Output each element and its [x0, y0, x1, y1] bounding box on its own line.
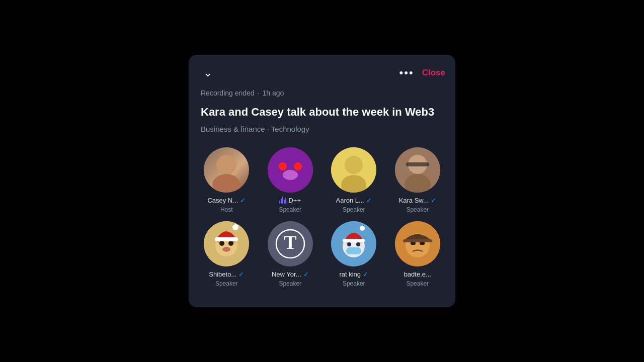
svg-point-1	[212, 174, 240, 193]
svg-rect-38	[403, 239, 432, 242]
speaker-role-casey: Host	[220, 206, 233, 213]
speaker-role-kara: Speaker	[406, 206, 429, 213]
verified-icon-shibe: ✓	[238, 270, 244, 278]
avatar-nyt: T	[268, 221, 313, 266]
room-title: Kara and Casey talk about the week in We…	[189, 102, 455, 125]
spaces-panel: ⌄ ••• Close Recording ended · 1h ago Kar…	[189, 55, 455, 307]
svg-point-0	[216, 155, 236, 175]
svg-point-4	[294, 162, 302, 170]
top-right-controls: ••• Close	[399, 66, 445, 79]
speaker-card-badte[interactable]: badte.e... Speaker	[388, 221, 448, 287]
speaker-name-aaron: Aaron L... ✓	[336, 197, 372, 204]
svg-point-7	[345, 156, 363, 174]
recording-ended-text: Recording ended	[201, 89, 255, 97]
svg-point-21	[232, 224, 238, 230]
verified-icon-casey: ✓	[240, 197, 246, 204]
speaker-name-rat: rat king ✓	[339, 270, 368, 278]
collapse-button[interactable]: ⌄	[199, 64, 217, 82]
verified-icon-aaron: ✓	[366, 197, 372, 204]
speaker-card-kara[interactable]: Kara Sw... ✓ Speaker	[388, 147, 448, 213]
speaker-role-dpp: Speaker	[279, 206, 301, 213]
svg-point-18	[228, 241, 233, 246]
speakers-grid: Casey N... ✓ Host	[189, 147, 455, 287]
room-categories: Business & finance · Technology	[189, 125, 455, 147]
speaker-name-nyt: New Yor... ✓	[272, 270, 309, 278]
speaker-role-rat: Speaker	[343, 280, 365, 287]
speaker-role-nyt: Speaker	[279, 280, 301, 287]
svg-point-30	[356, 242, 360, 246]
speaker-name-badte: badte.e...	[404, 270, 431, 278]
speaker-name-casey: Casey N... ✓	[207, 197, 246, 204]
svg-rect-31	[346, 247, 361, 254]
svg-point-29	[347, 242, 351, 246]
speaker-name-shibe: Shibeto... ✓	[209, 270, 244, 278]
verified-icon-nyt: ✓	[303, 270, 309, 278]
svg-point-19	[222, 247, 230, 252]
audio-active-icon-dpp	[279, 197, 286, 204]
avatar-badte	[395, 221, 440, 266]
avatar-rat	[331, 221, 376, 266]
svg-point-5	[283, 170, 298, 180]
speaker-card-casey[interactable]: Casey N... ✓ Host	[197, 147, 257, 213]
svg-point-3	[279, 162, 287, 170]
speaker-name-kara: Kara Sw... ✓	[399, 197, 436, 204]
avatar-dpp	[268, 147, 313, 193]
avatar-casey	[204, 147, 249, 193]
speaker-name-dpp: D++	[279, 197, 301, 204]
recording-status-bar: Recording ended · 1h ago	[189, 89, 455, 102]
speaker-card-rat[interactable]: rat king ✓ Speaker	[324, 221, 384, 287]
avatar-kara	[395, 147, 440, 193]
svg-point-17	[219, 241, 224, 246]
svg-rect-20	[215, 237, 238, 241]
dot-separator: ·	[258, 89, 260, 97]
svg-text:T: T	[284, 232, 296, 253]
more-options-button[interactable]: •••	[399, 66, 414, 79]
speaker-card-dpp[interactable]: D++ Speaker	[261, 147, 320, 213]
svg-point-33	[360, 226, 365, 231]
speaker-card-aaron[interactable]: Aaron L... ✓ Speaker	[324, 147, 384, 213]
time-ago-text: 1h ago	[263, 89, 284, 97]
svg-rect-32	[343, 239, 365, 242]
top-bar: ⌄ ••• Close	[189, 55, 455, 89]
verified-icon-rat: ✓	[363, 270, 368, 278]
speaker-role-badte: Speaker	[406, 280, 429, 287]
svg-rect-12	[406, 162, 429, 166]
speaker-card-nyt[interactable]: T New Yor... ✓ Speaker	[261, 221, 320, 287]
avatar-shibe	[204, 221, 249, 266]
speaker-role-aaron: Speaker	[343, 206, 365, 213]
verified-icon-kara: ✓	[431, 197, 436, 204]
speaker-role-shibe: Speaker	[215, 280, 238, 287]
close-button[interactable]: Close	[422, 68, 445, 78]
speaker-card-shibe[interactable]: Shibeto... ✓ Speaker	[197, 221, 257, 287]
avatar-aaron	[331, 147, 376, 193]
